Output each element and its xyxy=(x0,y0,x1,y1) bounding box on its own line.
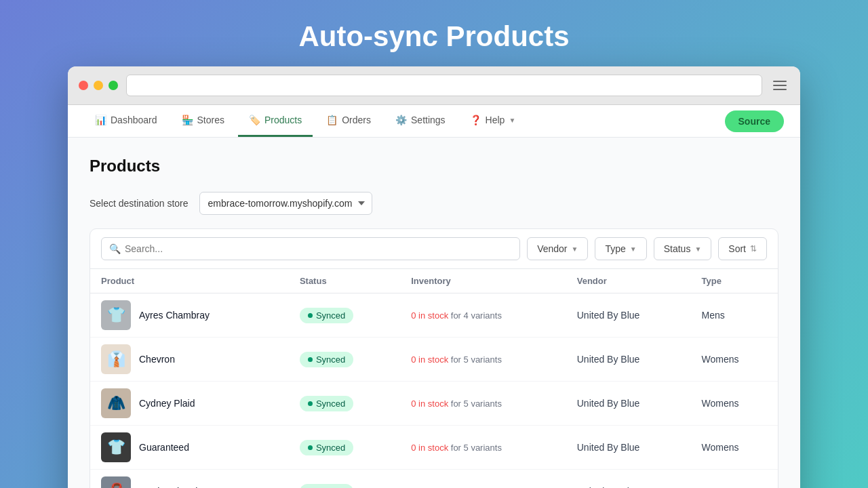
nav-item-stores-label: Stores xyxy=(197,115,224,125)
product-thumbnail: 👕 xyxy=(101,432,131,462)
nav-bar: 📊 Dashboard 🏪 Stores 🏷️ Products 📋 Order… xyxy=(68,105,800,138)
search-icon: 🔍 xyxy=(109,243,121,254)
nav-item-dashboard[interactable]: 📊 Dashboard xyxy=(84,105,168,137)
col-header-product: Product xyxy=(90,269,289,293)
table-row[interactable]: 🧥 Cydney Plaid Synced 0 in stock for 5 v… xyxy=(90,382,778,426)
col-header-inventory: Inventory xyxy=(400,269,566,293)
nav-item-help[interactable]: ❓ Help ▼ xyxy=(459,105,527,137)
source-button[interactable]: Source xyxy=(725,110,784,132)
nav-item-stores[interactable]: 🏪 Stores xyxy=(171,105,235,137)
status-badge: Synced xyxy=(300,484,353,489)
status-dot-icon xyxy=(308,313,313,318)
vendor-filter-label: Vendor xyxy=(537,243,567,254)
page-title: Auto-sync Products xyxy=(298,20,569,53)
status-badge: Synced xyxy=(300,308,353,323)
product-thumbnail: 🧥 xyxy=(101,388,131,418)
nav-item-orders-label: Orders xyxy=(342,115,371,125)
vendor-name: United By Blue xyxy=(577,442,640,453)
products-table: 🔍 Vendor ▼ Type ▼ Status ▼ xyxy=(90,228,778,488)
table-row[interactable]: 👔 Chevron Synced 0 in stock for 5 varian… xyxy=(90,338,778,382)
product-type: Womens xyxy=(702,398,739,409)
traffic-lights xyxy=(79,81,118,90)
minimize-button[interactable] xyxy=(94,81,103,90)
inventory-zero-value: 0 in stock xyxy=(411,310,448,321)
type-cell-5: Womens xyxy=(691,470,778,489)
status-filter-label: Status xyxy=(664,243,691,254)
sort-arrows-icon: ⇅ xyxy=(750,244,757,253)
inventory-cell-1: 0 in stock for 4 variants xyxy=(400,293,566,338)
product-cell-4: 👕 Guaranteed xyxy=(90,426,289,470)
browser-chrome xyxy=(68,66,800,105)
type-cell-4: Womens xyxy=(691,426,778,470)
browser-window: 📊 Dashboard 🏪 Stores 🏷️ Products 📋 Order… xyxy=(68,66,800,488)
product-type: Mens xyxy=(702,310,725,321)
inventory-cell-5: 0 in stock for 5 variants xyxy=(400,470,566,489)
col-header-vendor: Vendor xyxy=(566,269,691,293)
search-wrapper: 🔍 xyxy=(101,237,520,260)
inventory-cell-2: 0 in stock for 5 variants xyxy=(400,338,566,382)
nav-item-settings-label: Settings xyxy=(411,115,446,125)
sort-label: Sort xyxy=(728,243,746,254)
close-button[interactable] xyxy=(79,81,88,90)
product-name: Ayres Chambray xyxy=(139,310,210,321)
nav-item-products[interactable]: 🏷️ Products xyxy=(238,105,313,137)
inventory-text: 0 in stock for 4 variants xyxy=(411,310,502,321)
product-thumbnail: 👔 xyxy=(101,344,131,374)
product-thumbnail: 👕 xyxy=(101,300,131,330)
nav-item-dashboard-label: Dashboard xyxy=(111,115,157,125)
inventory-cell-3: 0 in stock for 5 variants xyxy=(400,382,566,426)
vendor-cell-3: United By Blue xyxy=(566,382,691,426)
products-data-table: Product Status Inventory Vendor Type 👕 A… xyxy=(90,269,778,488)
nav-item-settings[interactable]: ⚙️ Settings xyxy=(384,105,456,137)
inventory-zero-value: 0 in stock xyxy=(411,399,448,409)
menu-line xyxy=(773,89,787,90)
status-cell-5: Synced xyxy=(289,470,400,489)
vendor-cell-4: United By Blue xyxy=(566,426,691,470)
menu-line xyxy=(773,85,787,86)
main-content: Products Select destination store embrac… xyxy=(68,138,800,488)
nav-item-orders[interactable]: 📋 Orders xyxy=(315,105,382,137)
status-chevron-icon: ▼ xyxy=(694,245,701,253)
status-cell-3: Synced xyxy=(289,382,400,426)
search-input[interactable] xyxy=(101,237,520,260)
table-row[interactable]: 🧣 Harriet Chambray Synced 0 in stock for… xyxy=(90,470,778,489)
sort-button[interactable]: Sort ⇅ xyxy=(718,237,767,260)
status-cell-4: Synced xyxy=(289,426,400,470)
vendor-filter-button[interactable]: Vendor ▼ xyxy=(527,237,588,260)
vendor-name: United By Blue xyxy=(577,354,640,365)
vendor-cell-1: United By Blue xyxy=(566,293,691,338)
inventory-text: 0 in stock for 5 variants xyxy=(411,399,502,409)
status-label: Synced xyxy=(316,399,345,409)
status-cell-1: Synced xyxy=(289,293,400,338)
status-filter-button[interactable]: Status ▼ xyxy=(654,237,712,260)
product-name: Cydney Plaid xyxy=(139,398,195,409)
store-selector-label: Select destination store xyxy=(90,198,189,209)
products-icon: 🏷️ xyxy=(249,115,260,125)
inventory-variants: for 5 variants xyxy=(448,354,502,365)
inventory-zero-value: 0 in stock xyxy=(411,443,448,453)
table-row[interactable]: 👕 Guaranteed Synced 0 in stock for 5 var… xyxy=(90,426,778,470)
product-cell-1: 👕 Ayres Chambray xyxy=(90,293,289,338)
store-selector-row: Select destination store embrace-tomorro… xyxy=(90,192,778,215)
product-cell-5: 🧣 Harriet Chambray xyxy=(90,470,289,489)
type-cell-1: Mens xyxy=(691,293,778,338)
inventory-variants: for 5 variants xyxy=(448,399,502,409)
type-filter-button[interactable]: Type ▼ xyxy=(595,237,646,260)
status-label: Synced xyxy=(316,443,345,453)
col-header-type: Type xyxy=(691,269,778,293)
inventory-text: 0 in stock for 5 variants xyxy=(411,354,502,365)
table-row[interactable]: 👕 Ayres Chambray Synced 0 in stock for 4… xyxy=(90,293,778,338)
store-selector-dropdown[interactable]: embrace-tomorrow.myshopify.com xyxy=(199,192,372,215)
vendor-chevron-icon: ▼ xyxy=(572,245,578,253)
inventory-variants: for 5 variants xyxy=(448,443,502,453)
help-icon: ❓ xyxy=(470,115,481,125)
status-badge: Synced xyxy=(300,440,353,455)
inventory-text: 0 in stock for 5 variants xyxy=(411,443,502,453)
status-label: Synced xyxy=(316,310,345,321)
maximize-button[interactable] xyxy=(108,81,118,90)
status-cell-2: Synced xyxy=(289,338,400,382)
menu-button[interactable] xyxy=(770,78,789,93)
nav-item-products-label: Products xyxy=(264,115,302,125)
app-content: 📊 Dashboard 🏪 Stores 🏷️ Products 📋 Order… xyxy=(68,105,800,488)
address-bar[interactable] xyxy=(126,75,762,96)
